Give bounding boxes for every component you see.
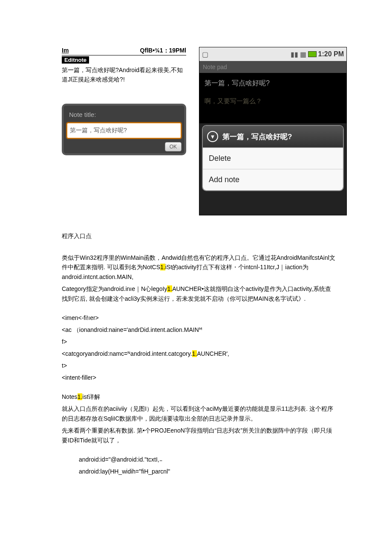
header-right-text: QflB•¾1：19PMl xyxy=(140,47,186,55)
context-menu-title: 第一篇，写点啥好呢? xyxy=(222,132,292,142)
code-line-8: android:lay(HH_widih="fiH_parcnl" xyxy=(79,465,337,477)
code-line-1: <imen<-fi!ıer> xyxy=(62,312,337,324)
code-block-2: android:id="@android:id."tcxtI,₌ android… xyxy=(62,453,337,477)
code-line-7: android:id="@android:id."tcxtI,₌ xyxy=(79,453,337,465)
delete-menu-item[interactable]: Delete xyxy=(203,148,343,169)
down-arrow-icon: ▼ xyxy=(207,131,218,142)
context-menu: ▼ 第一篇，写点啥好呢? Delete Add note xyxy=(202,125,344,191)
section2-title: Notes1.ist详解 xyxy=(62,392,337,401)
header-left-text: Im xyxy=(62,47,69,55)
phone-screenshot: ▢ ▮▮ ▦ 1:20 PM Note pad 第一篇，写点啥好呢? 啊，又要写… xyxy=(199,47,347,215)
code-line-4: <catcgoryandroid:namc=ᴺandroid.intent.ca… xyxy=(62,348,337,360)
status-bar: ▢ ▮▮ ▦ 1:20 PM xyxy=(199,47,346,61)
editnote-label: Editnote xyxy=(62,56,89,64)
phone-title: Note pad xyxy=(199,61,346,73)
highlight-2: 1. xyxy=(167,285,172,292)
note-title-dialog: Note title: 第一篇，写点啥好呢? OK xyxy=(62,104,186,155)
code-line-6: <intent-filler> xyxy=(62,372,337,384)
note-content: 第一篇，写点啥好呢? 啊，又要写一篇么？ xyxy=(199,73,346,123)
highlight-4: 1. xyxy=(78,393,83,400)
section1-title: 程序入口点 xyxy=(62,232,337,240)
network-icon: ▦ xyxy=(300,50,306,58)
note-line1: 第一篇，写点啥好呢? xyxy=(205,79,342,88)
left-header: Im QflB•¾1：19PMl xyxy=(62,47,186,55)
note-line2: 啊，又要写一篇么？ xyxy=(205,97,342,105)
code-line-5: t> xyxy=(62,360,337,372)
note-title-input[interactable]: 第一篇，写点啥好呢? xyxy=(66,122,182,139)
phone-bottom-space xyxy=(199,194,346,215)
battery-icon xyxy=(308,51,317,57)
paragraph-2: 就从入口点所在的aciiviiy（见图I）起先，可以看到这个aciMy最近要的功… xyxy=(62,404,337,423)
code-block-1: <imen<-fi!ıer> <ac （ionandroid:naine='an… xyxy=(62,312,337,384)
highlight-3: 1. xyxy=(192,350,197,357)
status-time: 1:20 PM xyxy=(318,50,344,58)
note-title-label: Note title: xyxy=(69,111,182,118)
highlight-1: 1. xyxy=(160,264,165,270)
ok-button[interactable]: OK xyxy=(165,142,182,151)
paragraph-1: 类似于Win32程序里的WinMain函数，Andwid自然也有它的程序入口点。… xyxy=(62,253,337,282)
signal-icon: ▮▮ xyxy=(291,50,298,58)
left-paragraph: 第一篇，写点啥好呢?Android看起来很美,不知道Jl正摸起来啥感觉哈?! xyxy=(62,65,186,84)
code-line-2: <ac （ionandroid:naine='andrDid.intent.ac… xyxy=(62,324,337,336)
code-line-3: f> xyxy=(62,336,337,348)
context-menu-header: ▼ 第一篇，写点啥好呢? xyxy=(203,126,343,148)
paragraph-1b: Category指定为android.inıe｜N心legoIy1.AUNCHE… xyxy=(62,284,337,303)
app-icon: ▢ xyxy=(202,50,208,58)
paragraph-3: 先来看两个重要的私有数据. 第•个PROJEenoN字段指明白“日志列农”所关注… xyxy=(62,426,337,445)
addnote-menu-item[interactable]: Add note xyxy=(203,169,343,190)
